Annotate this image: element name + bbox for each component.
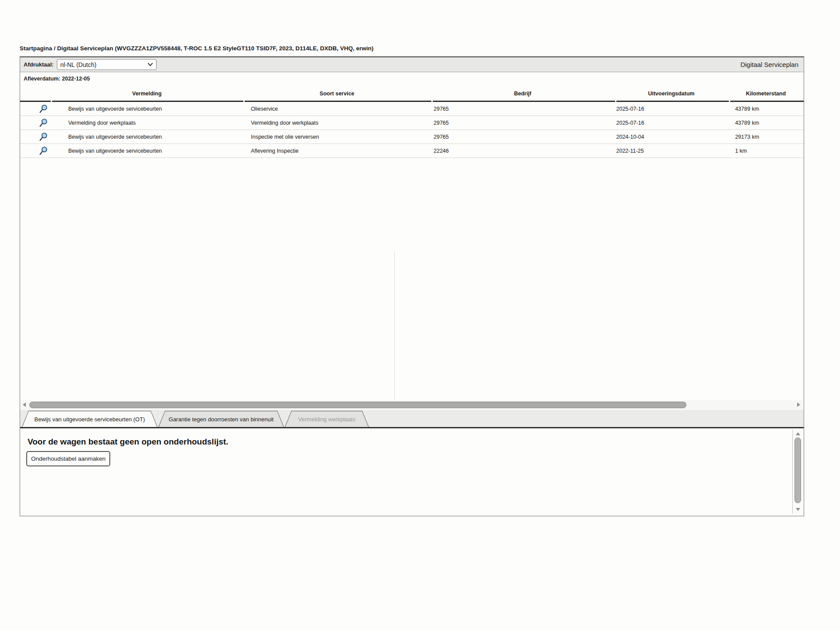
column-divider-line bbox=[394, 251, 395, 400]
table-body: Bewijs van uitgevoerde servicebeurten Ol… bbox=[20, 102, 804, 158]
cell-vermelding: Bewijs van uitgevoerde servicebeurten bbox=[51, 106, 243, 112]
print-language-select[interactable]: nl-NL (Dutch) bbox=[57, 59, 157, 70]
serviceplan-panel: Afdruktaal: nl-NL (Dutch) Digitaal Servi… bbox=[20, 56, 804, 516]
magnifier-icon[interactable] bbox=[38, 104, 48, 114]
tab-strip: Bewijs van uitgevoerde servicebeurten (O… bbox=[20, 410, 804, 428]
scroll-right-icon[interactable] bbox=[797, 402, 800, 407]
cell-kilometerstand: 1 km bbox=[728, 148, 804, 154]
chevron-down-icon bbox=[147, 63, 153, 66]
tab-vermelding-werkplaats[interactable]: Vermelding werkplaats bbox=[285, 410, 369, 427]
column-header-kilometerstand: Kilometerstand bbox=[728, 91, 804, 97]
print-language-label: Afdruktaal: bbox=[24, 61, 54, 68]
scroll-up-icon[interactable] bbox=[796, 432, 800, 435]
cell-bedrijf: 29765 bbox=[431, 134, 615, 140]
cell-bedrijf: 29765 bbox=[431, 120, 615, 126]
page-title: Digitaal Serviceplan bbox=[740, 61, 798, 68]
cell-soort-service: Inspectie met olie verversen bbox=[243, 134, 431, 140]
column-header-uitvoeringsdatum: Uitvoeringsdatum bbox=[614, 91, 728, 97]
cell-uitvoeringsdatum: 2024-10-04 bbox=[614, 134, 728, 140]
table-row: Bewijs van uitgevoerde servicebeurten Ol… bbox=[20, 102, 804, 116]
scroll-down-icon[interactable] bbox=[796, 508, 800, 511]
print-language-value: nl-NL (Dutch) bbox=[60, 61, 97, 68]
cell-kilometerstand: 43789 km bbox=[728, 120, 804, 126]
tab-bewijs-servicebeurten[interactable]: Bewijs van uitgevoerde servicebeurten (O… bbox=[22, 410, 158, 427]
cell-soort-service: Olieservice bbox=[243, 106, 431, 112]
cell-bedrijf: 29765 bbox=[431, 106, 615, 112]
cell-soort-service: Vermelding door werkplaats bbox=[243, 120, 431, 126]
vertical-scrollbar-thumb[interactable] bbox=[794, 438, 801, 503]
cell-kilometerstand: 29173 km bbox=[728, 134, 804, 140]
tab-label: Garantie tegen doorroesten van binnenuit bbox=[159, 411, 284, 427]
create-maintenance-table-button[interactable]: Onderhoudstabel aanmaken bbox=[26, 451, 110, 466]
table-row: Vermelding door werkplaats Vermelding do… bbox=[20, 116, 804, 130]
cell-uitvoeringsdatum: 2022-11-25 bbox=[614, 148, 728, 154]
column-header-bedrijf: Bedrijf bbox=[431, 91, 615, 97]
cell-uitvoeringsdatum: 2025-07-16 bbox=[614, 106, 728, 112]
column-header-vermelding: Vermelding bbox=[51, 91, 243, 97]
magnifier-icon[interactable] bbox=[38, 132, 48, 142]
top-toolbar: Afdruktaal: nl-NL (Dutch) Digitaal Servi… bbox=[20, 57, 804, 72]
horizontal-scrollbar[interactable] bbox=[21, 400, 803, 410]
cell-soort-service: Aflevering Inspectie bbox=[243, 148, 431, 154]
table-row: Bewijs van uitgevoerde servicebeurten Af… bbox=[20, 144, 804, 158]
delivery-date: Afleverdatum: 2022-12-05 bbox=[20, 72, 804, 85]
table-row: Bewijs van uitgevoerde servicebeurten In… bbox=[20, 130, 804, 144]
horizontal-scrollbar-thumb[interactable] bbox=[29, 402, 686, 408]
column-header-soort-service: Soort service bbox=[243, 91, 431, 97]
magnifier-icon[interactable] bbox=[38, 118, 48, 128]
table-header: Vermelding Soort service Bedrijf Uitvoer… bbox=[20, 85, 804, 102]
magnifier-icon[interactable] bbox=[38, 146, 48, 156]
cell-uitvoeringsdatum: 2025-07-16 bbox=[614, 120, 728, 126]
cell-vermelding: Vermelding door werkplaats bbox=[51, 120, 243, 126]
tab-content-panel: Voor de wagen bestaat geen open onderhou… bbox=[20, 428, 804, 517]
cell-vermelding: Bewijs van uitgevoerde servicebeurten bbox=[51, 148, 243, 154]
vertical-scrollbar[interactable] bbox=[792, 430, 803, 514]
tab-label: Bewijs van uitgevoerde servicebeurten (O… bbox=[22, 411, 157, 427]
no-maintenance-message: Voor de wagen bestaat geen open onderhou… bbox=[28, 437, 228, 447]
cell-bedrijf: 22246 bbox=[431, 148, 615, 154]
tab-garantie-doorroesten[interactable]: Garantie tegen doorroesten van binnenuit bbox=[158, 410, 284, 427]
cell-kilometerstand: 43789 km bbox=[728, 106, 804, 112]
tab-label: Vermelding werkplaats bbox=[285, 411, 368, 427]
cell-vermelding: Bewijs van uitgevoerde servicebeurten bbox=[51, 134, 243, 140]
scroll-left-icon[interactable] bbox=[23, 402, 26, 407]
breadcrumb[interactable]: Startpagina / Digitaal Serviceplan (WVGZ… bbox=[20, 45, 374, 52]
